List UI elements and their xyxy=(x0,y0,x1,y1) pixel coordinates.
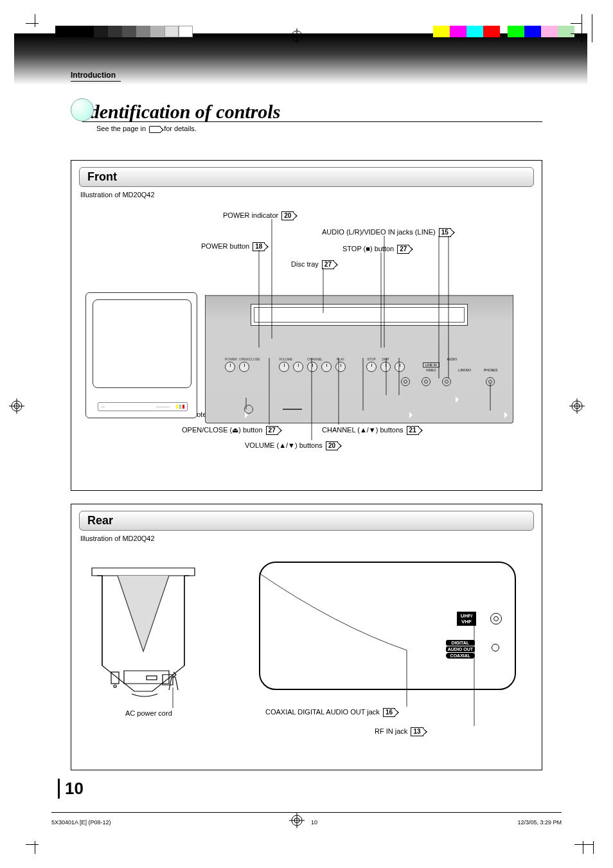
rf-jack xyxy=(490,613,502,624)
callout-ac-cord: AC power cord xyxy=(125,709,172,717)
uhf-vhf-label: UHF/VHF xyxy=(457,612,476,626)
section-label: Introduction xyxy=(71,71,121,82)
rear-panel: Rear Illustration of MD20Q42 xyxy=(71,504,542,770)
callout-power-button: POWER button 18 xyxy=(201,242,265,251)
front-panel: Front Illustration of MD20Q42 POWER indi… xyxy=(71,160,542,491)
footer-center: 10 xyxy=(311,819,317,826)
page-title: Identification of controls xyxy=(71,101,542,123)
registration-target-top xyxy=(289,28,305,44)
print-registration xyxy=(0,23,613,55)
svg-point-9 xyxy=(114,685,116,687)
front-heading: Front xyxy=(79,167,534,187)
title-subnote: See the page in for details. xyxy=(96,125,542,133)
rear-illustration-panel: UHF/VHF DIGITAL AUDIO OUT COAXIAL xyxy=(259,562,516,690)
callout-power-indicator: POWER indicator 20 xyxy=(223,211,294,220)
pageref-icon xyxy=(149,126,161,133)
footer-right: 12/3/05, 3:29 PM xyxy=(517,819,562,826)
front-illustration: ○○○○○○○○○ POWER OPEN/CLOSE VOLUME xyxy=(85,292,516,434)
coax-jack xyxy=(492,644,499,651)
registration-target-right xyxy=(569,398,585,414)
rear-illustration-tv xyxy=(85,562,201,703)
grayscale-bars xyxy=(55,26,193,37)
svg-rect-10 xyxy=(147,676,157,680)
rear-subtitle: Illustration of MD20Q42 xyxy=(80,535,534,542)
callout-rf: RF IN jack 13 xyxy=(375,727,423,736)
digital-audio-label: DIGITAL AUDIO OUT COAXIAL xyxy=(446,640,475,659)
title-ornament xyxy=(71,98,94,121)
footer-rule xyxy=(51,812,562,813)
callout-audio-in: AUDIO (L/R)/VIDEO IN jacks (LINE) 15 xyxy=(322,228,451,237)
rear-heading: Rear xyxy=(79,511,534,531)
callout-coax: COAXIAL DIGITAL AUDIO OUT jack 16 xyxy=(265,708,395,717)
registration-target-left xyxy=(9,398,24,414)
footer-left: 5X30401A [E] (P08-12) xyxy=(51,819,111,826)
front-subtitle: Illustration of MD20Q42 xyxy=(80,191,534,199)
callout-disc-tray: Disc tray 27 xyxy=(291,260,334,269)
page-number: 10 xyxy=(58,779,84,799)
callout-volume: VOLUME (▲/▼) buttons 20 xyxy=(245,441,338,450)
callout-stop-button: STOP (■) button 27 xyxy=(342,245,409,254)
footer: 5X30401A [E] (P08-12) 10 12/3/05, 3:29 P… xyxy=(51,819,562,826)
color-bars xyxy=(433,26,574,37)
